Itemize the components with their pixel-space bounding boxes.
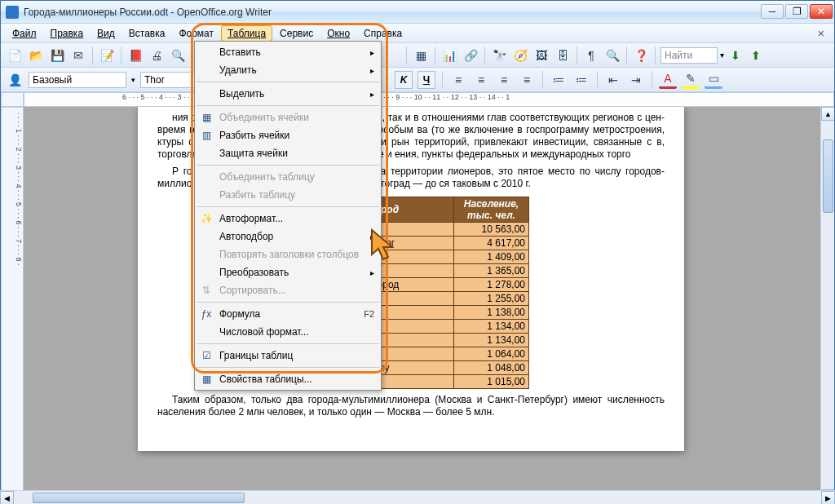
menu-insert[interactable]: Вставка: [122, 25, 172, 42]
scroll-thumb[interactable]: [33, 493, 245, 503]
split-cells-icon: ▥: [200, 129, 213, 142]
datasource-icon[interactable]: 🗄: [554, 46, 572, 64]
menu-table-properties[interactable]: ▦Свойства таблицы...: [195, 370, 381, 388]
menu-help[interactable]: Справка: [357, 25, 409, 42]
menu-split-table: Разбить таблицу: [195, 186, 381, 204]
align-right-icon[interactable]: ≡: [495, 71, 513, 89]
menu-split-cells[interactable]: ▥Разбить ячейки: [195, 126, 381, 144]
menu-window[interactable]: Окно: [320, 25, 356, 42]
underline-button[interactable]: Ч: [418, 71, 435, 89]
menu-table-borders[interactable]: ☑Границы таблиц: [195, 347, 381, 365]
menu-number-format[interactable]: Числовой формат...: [195, 323, 381, 341]
menu-service[interactable]: Сервис: [273, 25, 320, 42]
outdent-icon[interactable]: ⇤: [604, 71, 622, 89]
table-icon[interactable]: ▦: [412, 46, 430, 64]
population-cell[interactable]: 1 278,00: [454, 278, 529, 292]
close-button[interactable]: ✕: [810, 4, 833, 19]
body-paragraph[interactable]: Таким образом, только два города-мультим…: [157, 394, 665, 418]
hyperlink-icon[interactable]: 🔗: [462, 46, 479, 64]
preview-icon[interactable]: 🔍: [169, 46, 187, 64]
close-doc-button[interactable]: ×: [813, 27, 829, 40]
window-title: Города-миллионеры России.odt - OpenOffic…: [24, 7, 272, 18]
navigator-icon[interactable]: 🧭: [511, 46, 529, 64]
menu-delete-submenu[interactable]: Удалить▸: [195, 61, 381, 79]
styles-icon[interactable]: 👤: [6, 71, 24, 89]
restore-button[interactable]: ❐: [785, 4, 808, 19]
find-toolbar: Найти ▾ ⬇ ⬆: [660, 46, 765, 64]
align-center-icon[interactable]: ≡: [472, 71, 490, 89]
col-population[interactable]: Население, тыс. чел.: [454, 197, 529, 223]
document-viewport[interactable]: ния определялась как нормативами Госплан…: [24, 107, 834, 503]
population-cell[interactable]: 10 563,00: [454, 223, 529, 237]
italic-button[interactable]: K: [395, 71, 413, 89]
menu-table[interactable]: Таблица: [221, 25, 272, 42]
find-input[interactable]: Найти: [660, 47, 718, 64]
table-properties-icon: ▦: [200, 373, 213, 386]
titlebar[interactable]: Города-миллионеры России.odt - OpenOffic…: [1, 1, 834, 24]
population-cell[interactable]: 1 138,00: [454, 306, 529, 320]
population-cell[interactable]: 1 015,00: [454, 375, 529, 389]
edit-icon[interactable]: 📝: [98, 46, 116, 64]
scroll-up-icon[interactable]: ▲: [821, 107, 834, 121]
population-cell[interactable]: 1 064,00: [454, 347, 529, 361]
align-justify-icon[interactable]: ≡: [518, 71, 536, 89]
align-left-icon[interactable]: ≡: [449, 71, 467, 89]
horizontal-ruler[interactable]: 6 · · · 5 · · · 4 · · · 3 · · · 2 · · · …: [24, 92, 834, 107]
merge-cells-icon: ▦: [200, 111, 213, 124]
population-cell[interactable]: 1 365,00: [454, 264, 529, 278]
email-icon[interactable]: ✉: [69, 46, 87, 64]
table-menu-dropdown: Вставить▸ Удалить▸ Выделить▸ ▦Объединить…: [194, 41, 382, 391]
print-icon[interactable]: 🖨: [148, 46, 166, 64]
menu-insert-submenu[interactable]: Вставить▸: [195, 43, 381, 61]
menu-formula[interactable]: ƒxФормулаF2: [195, 305, 381, 323]
open-icon[interactable]: 📂: [27, 46, 45, 64]
population-cell[interactable]: 1 255,00: [454, 292, 529, 306]
menu-file[interactable]: Файл: [6, 25, 43, 42]
find-next-icon[interactable]: ⬇: [727, 46, 744, 64]
population-cell[interactable]: 4 617,00: [454, 237, 529, 250]
background-icon[interactable]: ▭: [705, 71, 722, 89]
numbering-icon[interactable]: ≔: [572, 71, 590, 89]
scroll-thumb[interactable]: [823, 139, 833, 213]
standard-toolbar: 📄 📂 💾 ✉ 📝 📕 🖨 🔍 ▦ 📊 🔗 🔭 🧭 🖼 🗄 ¶ 🔍 ❓ Найт…: [1, 43, 834, 68]
save-icon[interactable]: 💾: [48, 46, 66, 64]
help-icon[interactable]: ❓: [632, 46, 650, 64]
font-color-icon[interactable]: A: [659, 71, 677, 89]
menu-convert-submenu[interactable]: Преобразовать▸: [195, 263, 381, 281]
population-cell[interactable]: 1 134,00: [454, 320, 529, 334]
horizontal-scrollbar[interactable]: ◀ ▶: [0, 490, 835, 504]
zoom-icon[interactable]: 🔍: [603, 46, 621, 64]
find-prev-icon[interactable]: ⬆: [747, 46, 765, 64]
indent-icon[interactable]: ⇥: [627, 71, 645, 89]
menu-view[interactable]: Вид: [91, 25, 121, 42]
menu-autoformat[interactable]: ✨Автоформат...: [195, 210, 381, 228]
ruler-corner: [1, 92, 24, 107]
menu-autofit-submenu[interactable]: Автоподбор▸: [195, 228, 381, 245]
new-doc-icon[interactable]: 📄: [6, 46, 24, 64]
vertical-ruler[interactable]: · · · · 1 · · · 2 · · · 3 · · · 4 · · · …: [1, 107, 24, 503]
gallery-icon[interactable]: 🖼: [532, 46, 550, 64]
app-icon: [6, 6, 19, 19]
population-cell[interactable]: 1 134,00: [454, 334, 529, 347]
vertical-scrollbar[interactable]: ▲ ▼: [820, 107, 834, 503]
menu-select-submenu[interactable]: Выделить▸: [195, 85, 381, 103]
chart-icon[interactable]: 📊: [440, 46, 458, 64]
paragraph-style-select[interactable]: Базовый: [29, 72, 126, 88]
population-cell[interactable]: 1 048,00: [454, 361, 529, 375]
highlight-icon[interactable]: ✎: [682, 71, 700, 89]
scroll-right-icon[interactable]: ▶: [821, 491, 835, 504]
menu-format[interactable]: Формат: [172, 25, 220, 42]
scroll-left-icon[interactable]: ◀: [0, 491, 14, 504]
menubar: Файл Правка Вид Вставка Формат Таблица С…: [1, 24, 834, 43]
menu-edit[interactable]: Правка: [44, 25, 91, 42]
menu-repeat-headers: Повторять заголовки столбцов: [195, 245, 381, 263]
pdf-icon[interactable]: 📕: [126, 46, 144, 64]
nonprint-icon[interactable]: ¶: [582, 46, 600, 64]
minimize-button[interactable]: ─: [761, 4, 784, 19]
bullets-icon[interactable]: ≔: [550, 71, 568, 89]
binoculars-icon[interactable]: 🔭: [490, 46, 508, 64]
menu-protect-cells[interactable]: Защита ячейки: [195, 144, 381, 162]
check-icon: ☑: [200, 349, 213, 362]
population-cell[interactable]: 1 409,00: [454, 250, 529, 264]
sort-icon: ⇅: [200, 284, 213, 297]
